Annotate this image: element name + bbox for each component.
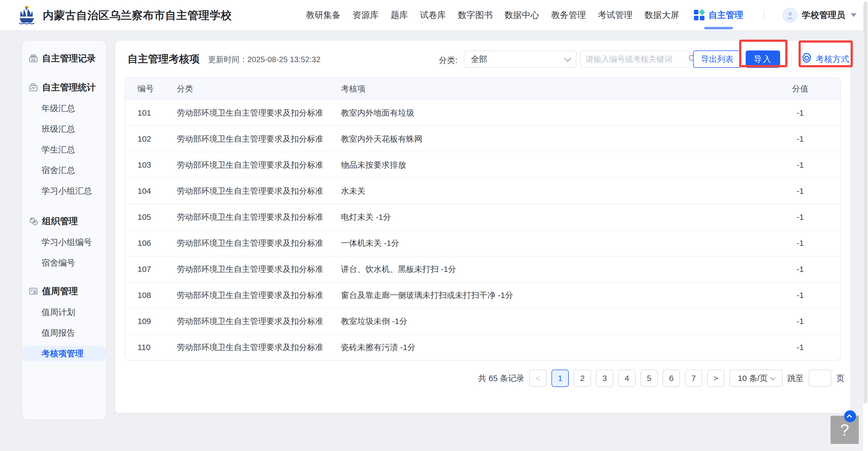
import-button[interactable]: 导入 [746, 51, 780, 68]
update-time: 更新时间：2025-08-25 13:52:32 [208, 54, 320, 65]
nav-item-zizhuguanli-active[interactable]: 自主管理 [694, 9, 743, 21]
stamp-icon [29, 54, 38, 63]
nav-item-ziyuan[interactable]: 资源库 [352, 9, 379, 21]
page-button-3[interactable]: 3 [596, 369, 613, 387]
sidebar-item-grade-summary[interactable]: 年级汇总 [23, 101, 106, 116]
chevron-down-icon [850, 13, 857, 17]
table-row: 107 劳动部环境卫生自主管理要求及扣分标准 讲台、饮水机、黑板未打扫 -1分 … [125, 256, 840, 282]
question-mark-icon: ? [840, 421, 849, 439]
prev-page-button[interactable]: < [529, 369, 547, 387]
sidebar-group-duty[interactable]: 值周管理 [23, 284, 106, 298]
export-list-button[interactable]: 导出列表 [693, 51, 741, 68]
table-header-row: 编号 分类 考核项 分值 [125, 78, 840, 99]
page-button-7[interactable]: 7 [685, 369, 702, 387]
sidebar-item-class-summary[interactable]: 班级汇总 [23, 122, 106, 137]
table-row: 101 劳动部环境卫生自主管理要求及扣分标准 教室内外地面有垃圾 -1 [125, 99, 840, 126]
nav-item-kaoshi[interactable]: 考试管理 [598, 9, 632, 21]
jump-page-input[interactable] [809, 369, 831, 387]
active-nav-underline [704, 27, 733, 29]
page-title: 自主管理考核项 [127, 52, 199, 66]
nav-item-jiaoyan[interactable]: 教研集备 [306, 9, 341, 21]
jump-unit: 页 [836, 373, 844, 384]
table-row: 105 劳动部环境卫生自主管理要求及扣分标准 电灯未关 -1分 -1 [125, 204, 840, 230]
search-box [580, 51, 690, 68]
school-name: 内蒙古自治区乌兰察布市自主管理学校 [43, 8, 232, 23]
nav-item-shuzitushu[interactable]: 数字图书 [458, 9, 493, 21]
category-select[interactable]: 全部 [464, 51, 577, 68]
back-to-top-button[interactable] [844, 410, 856, 422]
main-panel: 自主管理考核项 更新时间：2025-08-25 13:52:32 分类: 全部 … [115, 41, 850, 413]
user-avatar [783, 8, 798, 23]
tags-icon [29, 216, 38, 226]
page-button-1[interactable]: 1 [552, 369, 569, 387]
sidebar: 自主管理记录 自主管理统计 年级汇总 班级汇总 学生汇总 宿舍汇总 学习小组汇总… [23, 41, 106, 419]
table-row: 108 劳动部环境卫生自主管理要求及扣分标准 窗台及靠走廊一侧玻璃未打扫或未打扫… [125, 282, 840, 308]
page-button-6[interactable]: 6 [663, 369, 680, 387]
sidebar-item-dorm-summary[interactable]: 宿舍汇总 [23, 163, 106, 178]
page-scrollbar-track [863, 0, 868, 451]
pagination: 共 65 条记录 < 1 2 3 4 5 6 7 > 10 条/页 跳至 页 [478, 369, 844, 387]
search-input[interactable] [586, 55, 688, 64]
nav-item-shujudaping[interactable]: 数据大屏 [645, 9, 679, 21]
top-header: 内蒙古自治区乌兰察布市自主管理学校 教研集备 资源库 题库 试卷库 数字图书 数… [0, 0, 868, 30]
sidebar-item-group-number[interactable]: 学习小组编号 [23, 235, 106, 250]
chevron-up-icon [846, 414, 852, 420]
sidebar-group-statistics[interactable]: 自主管理统计 [23, 81, 106, 94]
category-label: 分类: [439, 55, 457, 66]
toolbar-divider [791, 52, 792, 66]
table-row: 104 劳动部环境卫生自主管理要求及扣分标准 水未关 -1 [125, 178, 840, 204]
table-row: 110 劳动部环境卫生自主管理要求及扣分标准 瓷砖未擦有污渍 -1分 -1 [125, 334, 840, 360]
nav-item-tiku[interactable]: 题库 [391, 9, 408, 21]
col-header-id: 编号 [125, 83, 177, 94]
school-logo-icon [17, 5, 37, 26]
user-name: 学校管理员 [802, 9, 845, 21]
sidebar-item-assessment-management[interactable]: 考核项管理 [23, 346, 106, 361]
sidebar-item-group-summary[interactable]: 学习小组汇总 [23, 183, 106, 199]
table-row: 103 劳动部环境卫生自主管理要求及扣分标准 物品未按要求排放 -1 [125, 152, 840, 178]
grid-diamond-icon [694, 10, 705, 21]
jump-label: 跳至 [787, 373, 804, 384]
page-button-2[interactable]: 2 [574, 369, 591, 387]
chevron-down-icon [770, 375, 775, 381]
nav-item-shujuzhongxin[interactable]: 数据中心 [504, 9, 539, 21]
sidebar-item-dorm-number[interactable]: 宿舍编号 [23, 255, 106, 271]
table-row: 102 劳动部环境卫生自主管理要求及扣分标准 教室内外天花板有蛛网 -1 [125, 126, 840, 152]
sidebar-item-records[interactable]: 自主管理记录 [23, 52, 106, 65]
id-card-icon [29, 286, 38, 296]
col-header-score: 分值 [760, 83, 840, 94]
next-page-button[interactable]: > [707, 369, 724, 387]
nav-item-shijuan[interactable]: 试卷库 [420, 9, 446, 21]
page-scrollbar-thumb[interactable] [863, 2, 867, 403]
sidebar-item-duty-report[interactable]: 值周报告 [23, 325, 106, 340]
chart-stamp-icon [29, 83, 38, 92]
col-header-category: 分类 [177, 83, 341, 94]
hexagon-target-icon [801, 52, 812, 66]
table-row: 109 劳动部环境卫生自主管理要求及扣分标准 教室垃圾未倒 -1分 -1 [125, 308, 840, 334]
col-header-item: 考核项 [341, 83, 760, 94]
main-nav: 教研集备 资源库 题库 试卷库 数字图书 数据中心 教务管理 考试管理 数据大屏… [306, 0, 743, 30]
chevron-down-icon [564, 55, 571, 62]
table-row: 106 劳动部环境卫生自主管理要求及扣分标准 一体机未关 -1分 -1 [125, 230, 840, 256]
brand: 内蒙古自治区乌兰察布市自主管理学校 [17, 0, 232, 30]
user-menu[interactable]: 学校管理员 [783, 0, 857, 30]
page-size-select[interactable]: 10 条/页 [730, 369, 782, 387]
sidebar-item-student-summary[interactable]: 学生汇总 [23, 142, 106, 157]
page-button-5[interactable]: 5 [641, 369, 658, 387]
assessment-mode-button[interactable]: 考核方式 [801, 51, 849, 68]
sidebar-item-duty-plan[interactable]: 值周计划 [23, 305, 106, 320]
total-records: 共 65 条记录 [478, 373, 524, 384]
page-button-4[interactable]: 4 [618, 369, 636, 387]
assessment-table: 编号 分类 考核项 分值 101 劳动部环境卫生自主管理要求及扣分标准 教室内外… [125, 77, 841, 361]
header-divider [764, 10, 764, 21]
nav-item-jiaowu[interactable]: 教务管理 [551, 9, 586, 21]
sidebar-group-organization[interactable]: 组织管理 [23, 214, 106, 228]
